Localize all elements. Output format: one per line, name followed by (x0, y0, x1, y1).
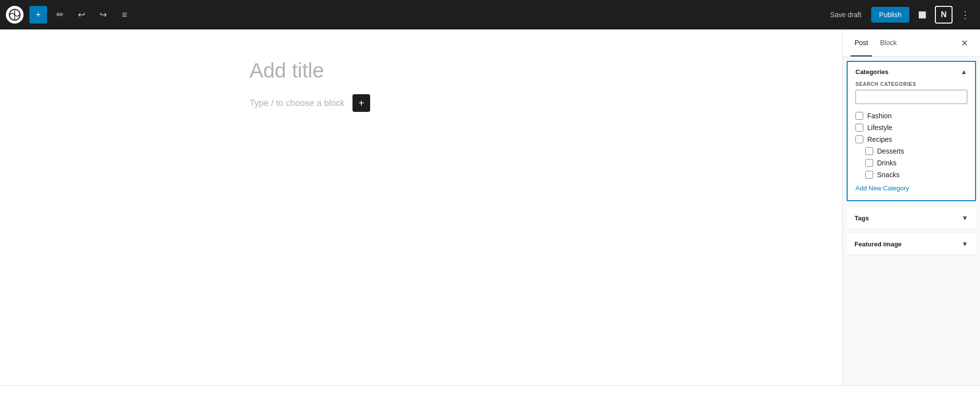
bottom-bar (0, 385, 980, 397)
save-draft-button[interactable]: Save draft (824, 7, 867, 23)
edit-icon: ✏ (56, 9, 64, 20)
sidebar-header: Post Block ✕ (843, 29, 980, 57)
plus-icon: + (36, 10, 41, 20)
avatar[interactable]: N (935, 6, 953, 24)
desserts-label[interactable]: Desserts (877, 147, 904, 155)
add-new-category-link[interactable]: Add New Category (855, 185, 909, 192)
redo-button[interactable]: ↪ (94, 6, 112, 24)
list-item: Fashion (855, 110, 967, 122)
tags-panel-header[interactable]: Tags ▼ (847, 207, 976, 229)
drinks-checkbox[interactable] (865, 159, 873, 167)
redo-icon: ↪ (100, 9, 107, 20)
categories-chevron-icon: ▲ (960, 68, 967, 76)
drinks-label[interactable]: Drinks (877, 159, 897, 167)
edit-button[interactable]: ✏ (51, 6, 69, 24)
list-view-button[interactable]: ≡ (116, 6, 133, 24)
undo-icon: ↩ (78, 9, 85, 20)
sidebar-close-button[interactable]: ✕ (956, 35, 972, 51)
body-placeholder: Type / to choose a block (250, 98, 345, 108)
editor-area: Add title Type / to choose a block + (0, 29, 842, 385)
post-title-input[interactable]: Add title (250, 59, 593, 82)
fashion-label[interactable]: Fashion (867, 112, 892, 120)
desserts-checkbox[interactable] (865, 147, 873, 155)
block-tab[interactable]: Block (876, 29, 901, 56)
featured-image-panel-title: Featured image (854, 240, 961, 248)
categories-panel-header[interactable]: Categories ▲ (848, 62, 975, 81)
featured-image-chevron-icon: ▼ (961, 240, 968, 248)
add-block-button[interactable]: + (29, 6, 47, 24)
list-item: Recipes (855, 133, 967, 145)
tags-panel-title: Tags (854, 214, 961, 222)
list-item: Lifestyle (855, 122, 967, 133)
wp-logo[interactable] (6, 6, 24, 24)
add-block-inline-button[interactable]: + (352, 94, 370, 112)
snacks-label[interactable]: Snacks (877, 171, 900, 179)
recipes-checkbox[interactable] (855, 135, 863, 143)
snacks-checkbox[interactable] (865, 171, 873, 179)
search-categories-label: SEARCH CATEGORIES (855, 81, 967, 87)
tags-chevron-icon: ▼ (961, 214, 968, 222)
featured-image-panel: Featured image ▼ (847, 233, 976, 255)
main-area: Add title Type / to choose a block + Pos… (0, 29, 980, 385)
plus-inline-icon: + (358, 98, 364, 109)
list-item: Snacks (855, 169, 967, 181)
list-view-icon: ≡ (122, 10, 127, 20)
fashion-checkbox[interactable] (855, 112, 863, 120)
list-item: Drinks (855, 157, 967, 169)
toolbar: + ✏ ↩ ↪ ≡ Save draft Publish ⬜ N ⋮ (0, 0, 980, 29)
search-categories-input[interactable] (855, 90, 967, 104)
lifestyle-checkbox[interactable] (855, 124, 863, 132)
post-tab[interactable]: Post (851, 29, 872, 56)
categories-panel-body: SEARCH CATEGORIES Fashion Lifestyle Reci… (848, 81, 975, 200)
undo-button[interactable]: ↩ (73, 6, 90, 24)
category-list: Fashion Lifestyle Recipes Desserts (855, 110, 967, 181)
list-item: Desserts (855, 145, 967, 157)
tags-panel: Tags ▼ (847, 207, 976, 229)
close-icon: ✕ (961, 38, 968, 49)
post-body-area[interactable]: Type / to choose a block + (250, 94, 593, 112)
categories-panel-title: Categories (855, 68, 960, 76)
more-icon: ⋮ (960, 9, 970, 21)
featured-image-panel-header[interactable]: Featured image ▼ (847, 233, 976, 255)
editor-content: Add title Type / to choose a block + (250, 59, 593, 112)
sidebar: Post Block ✕ Categories ▲ SEARCH CATEGOR… (842, 29, 980, 385)
recipes-label[interactable]: Recipes (867, 135, 892, 143)
view-icon: ⬜ (918, 11, 927, 19)
lifestyle-label[interactable]: Lifestyle (867, 124, 892, 132)
publish-button[interactable]: Publish (871, 7, 909, 23)
more-options-button[interactable]: ⋮ (956, 6, 974, 24)
view-button[interactable]: ⬜ (913, 6, 931, 24)
categories-panel: Categories ▲ SEARCH CATEGORIES Fashion L… (847, 61, 976, 201)
